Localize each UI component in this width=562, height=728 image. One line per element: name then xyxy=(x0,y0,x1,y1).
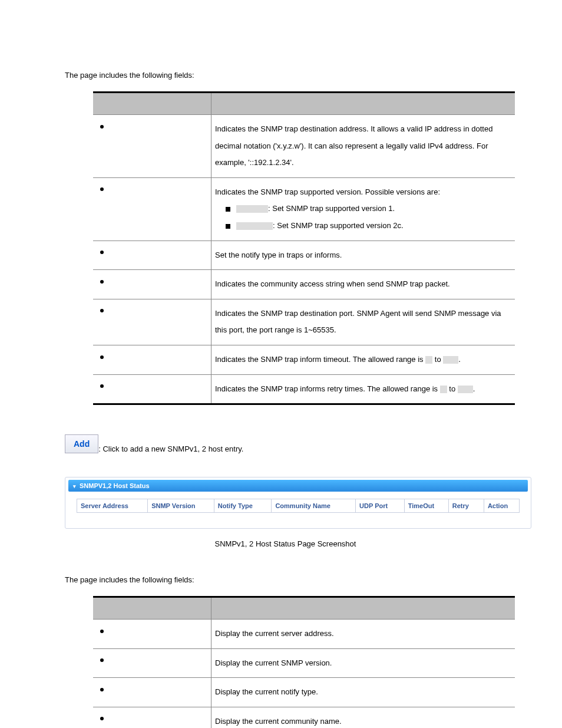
bullet-icon xyxy=(100,717,104,720)
cell-desc: Indicates the SNMP trap informs retry ti… xyxy=(211,374,515,404)
blank-placeholder xyxy=(425,356,432,364)
cell-desc: Indicates the SNMP trap inform timeout. … xyxy=(211,345,515,374)
add-button[interactable]: Add xyxy=(65,434,98,453)
table-row: Set the notify type in traps or informs. xyxy=(93,241,515,270)
t2-header-desc xyxy=(211,597,515,620)
table-row: Indicates the SNMP trap inform timeout. … xyxy=(93,345,515,374)
col-server-address: Server Address xyxy=(77,499,148,513)
cell-desc: Indicates the SNMP trap destination addr… xyxy=(211,115,515,178)
panel-title: SNMPV1,2 Host Status xyxy=(80,482,150,489)
cell-desc: Display the current notify type. xyxy=(211,678,515,707)
col-retry: Retry xyxy=(448,499,484,513)
cell-desc: Indicates the SNMP trap destination port… xyxy=(211,299,515,345)
bullet-icon xyxy=(100,630,104,633)
table-row: Indicates the SNMP trap supported versio… xyxy=(93,177,515,241)
table-row: Indicates the community access string wh… xyxy=(93,270,515,299)
desc-part: Indicates the SNMP trap inform timeout. … xyxy=(215,355,425,364)
table-row: Display the current SNMP version. xyxy=(93,648,515,678)
status-panel: ▾SNMPV1,2 Host Status Server Address SNM… xyxy=(65,477,531,529)
intro-text-2: The page includes the following fields: xyxy=(65,575,506,584)
t1-header-object xyxy=(93,93,211,115)
bullet-icon xyxy=(100,384,104,388)
col-timeout: TimeOut xyxy=(404,499,448,513)
bullet-icon xyxy=(100,125,104,129)
col-snmp-version: SNMP Version xyxy=(148,499,214,513)
table-row: Display the current server address. xyxy=(93,620,515,649)
cell-desc: Display the current server address. xyxy=(211,620,515,649)
square-icon xyxy=(226,207,230,212)
blank-placeholder xyxy=(440,386,447,393)
bullet-icon xyxy=(100,251,104,254)
add-desc: : Click to add a new SNMPv1, 2 host entr… xyxy=(98,444,243,453)
table-row: Indicates the SNMP trap destination addr… xyxy=(93,115,515,178)
desc-part: to xyxy=(432,355,443,364)
bullet-icon xyxy=(100,187,104,191)
cell-desc: Display the current SNMP version. xyxy=(211,648,515,678)
blank-placeholder xyxy=(236,222,273,230)
bullet-icon xyxy=(100,688,104,691)
screenshot-caption: SNMPv1, 2 Host Status Page Screenshot xyxy=(65,539,506,548)
sub-desc: : Set SNMP trap supported version 1. xyxy=(268,204,395,213)
t2-header-object xyxy=(93,597,211,620)
status-table: Server Address SNMP Version Notify Type … xyxy=(77,499,520,513)
cell-desc: Indicates the community access string wh… xyxy=(211,270,515,299)
fields-table-2: Display the current server address. Disp… xyxy=(93,596,515,728)
sub-desc: : Set SNMP trap supported version 2c. xyxy=(273,221,404,230)
desc-line: Indicates the SNMP trap supported versio… xyxy=(215,187,440,196)
table-row: Indicates the SNMP trap informs retry ti… xyxy=(93,374,515,404)
blank-placeholder xyxy=(443,356,458,364)
fields-table-1: Indicates the SNMP trap destination addr… xyxy=(93,91,515,405)
desc-part: to xyxy=(447,384,458,393)
cell-desc: Set the notify type in traps or informs. xyxy=(211,241,515,270)
bullet-icon xyxy=(100,309,104,312)
col-community-name: Community Name xyxy=(272,499,356,513)
desc-part: . xyxy=(473,384,475,393)
col-action: Action xyxy=(484,499,519,513)
table-row: Display the current community name. xyxy=(93,707,515,728)
bullet-icon xyxy=(100,280,104,284)
blank-placeholder xyxy=(236,205,268,213)
table-row: Indicates the SNMP trap destination port… xyxy=(93,299,515,345)
intro-text-1: The page includes the following fields: xyxy=(65,71,506,80)
bullet-icon xyxy=(100,355,104,359)
desc-part: Indicates the SNMP trap informs retry ti… xyxy=(215,384,440,393)
bullet-icon xyxy=(100,658,104,662)
desc-part: . xyxy=(458,355,461,364)
panel-header[interactable]: ▾SNMPV1,2 Host Status xyxy=(68,480,528,492)
col-udp-port: UDP Port xyxy=(356,499,405,513)
table-row: Display the current notify type. xyxy=(93,678,515,707)
cell-desc: Display the current community name. xyxy=(211,707,515,728)
square-icon xyxy=(226,224,230,229)
chevron-down-icon: ▾ xyxy=(73,483,76,489)
t1-header-desc xyxy=(211,93,515,115)
add-row: Add: Click to add a new SNMPv1, 2 host e… xyxy=(65,434,506,453)
blank-placeholder xyxy=(458,386,473,393)
col-notify-type: Notify Type xyxy=(214,499,272,513)
cell-desc: Indicates the SNMP trap supported versio… xyxy=(211,177,515,241)
